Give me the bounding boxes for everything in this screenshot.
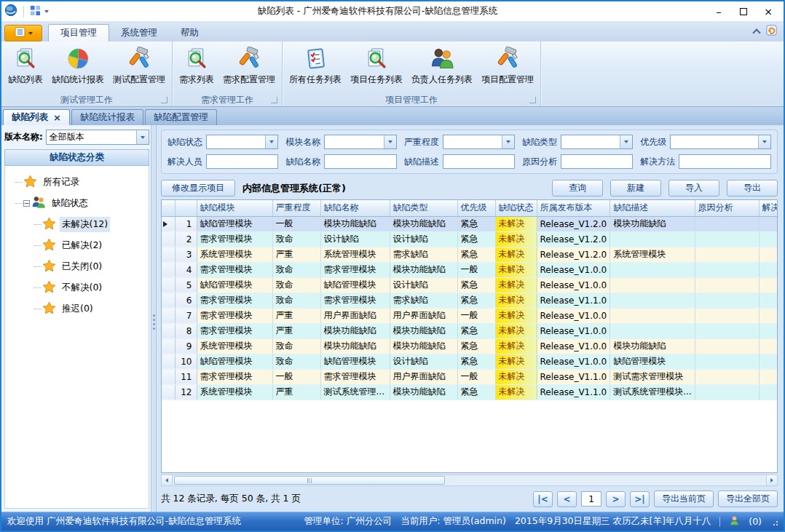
filter-select-优先级[interactable] bbox=[670, 135, 771, 149]
version-select[interactable]: 全部版本 bbox=[46, 130, 149, 145]
doc-tab-缺陷列表[interactable]: 缺陷列表× bbox=[3, 109, 70, 125]
cell-缺陷名称: 模块功能缺陷 bbox=[320, 338, 390, 354]
ribbon-tab-项目管理[interactable]: 项目管理 bbox=[48, 24, 109, 41]
column-header-优先级[interactable]: 优先级 bbox=[457, 200, 495, 216]
ribbon-button-缺陷列表[interactable]: 缺陷列表 bbox=[4, 42, 47, 93]
table-row[interactable]: 7需求管理模块严重用户界面缺陷用户界面缺陷一般未解决Release_V1.0.0 bbox=[162, 308, 778, 323]
toolbar-button-新建[interactable]: 新建 bbox=[610, 180, 661, 196]
ribbon-button-需求配置管理[interactable]: 需求配置管理 bbox=[218, 42, 280, 93]
table-row[interactable]: 4需求管理模块致命需求管理模块模块功能缺陷一般未解决Release_V1.0.0 bbox=[162, 262, 778, 277]
ribbon-tab-帮助[interactable]: 帮助 bbox=[169, 24, 210, 41]
table-row[interactable]: 6需求管理模块致命需求管理模块需求缺陷紧急未解决Release_V1.1.0 bbox=[162, 293, 778, 308]
chevron-down-icon[interactable] bbox=[758, 135, 770, 148]
ribbon: 缺陷列表缺陷统计报表测试配置管理测试管理工作需求列表需求配置管理需求管理工作所有… bbox=[1, 41, 784, 107]
dialog-launcher-icon[interactable] bbox=[529, 97, 536, 103]
filter-select-缺陷状态[interactable] bbox=[206, 135, 278, 149]
column-header-所属发布版本[interactable]: 所属发布版本 bbox=[537, 200, 610, 216]
tree-item-已解决(2)[interactable]: 已解决(2) bbox=[9, 235, 149, 256]
quick-access-layout-icon[interactable] bbox=[30, 5, 41, 18]
tree-item-推迟(0)[interactable]: 推迟(0) bbox=[9, 298, 149, 319]
filter-select-严重程度[interactable] bbox=[443, 135, 515, 149]
table-row[interactable]: 8需求管理模块严重模块功能缺陷模块功能缺陷紧急未解决Release_V1.0.0 bbox=[162, 323, 778, 338]
export-all-pages-button[interactable]: 导出全部页 bbox=[718, 491, 778, 507]
sidebar-splitter[interactable] bbox=[151, 125, 157, 512]
filter-input-解决方法[interactable] bbox=[679, 154, 771, 169]
minimize-button[interactable]: – bbox=[706, 4, 731, 20]
tree-item-所有记录[interactable]: 所有记录 bbox=[9, 172, 149, 193]
filter-select-模块名称[interactable] bbox=[324, 135, 396, 149]
maximize-button[interactable] bbox=[731, 4, 756, 20]
doc-tab-缺陷配置管理[interactable]: 缺陷配置管理 bbox=[145, 109, 217, 125]
scroll-right-icon[interactable] bbox=[766, 475, 777, 485]
ribbon-button-项目配置管理[interactable]: 项目配置管理 bbox=[477, 42, 538, 93]
filter-input-原因分析[interactable] bbox=[561, 154, 633, 169]
table-row[interactable]: 5缺陷管理模块致命缺陷管理模块设计缺陷紧急未解决Release_V1.0.0 bbox=[162, 277, 778, 293]
column-header-缺陷模块[interactable]: 缺陷模块 bbox=[197, 200, 272, 216]
ribbon-button-所有任务列表[interactable]: 所有任务列表 bbox=[285, 42, 346, 93]
toolbar-button-查询[interactable]: 查询 bbox=[552, 180, 603, 196]
column-header-解决方法[interactable]: 解决方法 bbox=[759, 200, 778, 216]
doc-tab-缺陷统计报表[interactable]: 缺陷统计报表 bbox=[71, 109, 143, 125]
last-page-button[interactable]: >| bbox=[630, 491, 650, 507]
chevron-down-icon[interactable] bbox=[502, 135, 514, 148]
table-row[interactable]: 11需求管理模块一般需求管理模块用户界面缺陷一般未解决Release_V1.1.… bbox=[162, 369, 778, 384]
tree-item-未解决(12)[interactable]: 未解决(12) bbox=[9, 214, 149, 235]
collapse-toggle-icon[interactable]: − bbox=[23, 200, 30, 207]
ribbon-button-项目任务列表[interactable]: 项目任务列表 bbox=[346, 42, 407, 93]
table-row[interactable]: 1缺陷管理模块一般模块功能缺陷模块功能缺陷紧急未解决Release_V1.2.0… bbox=[162, 216, 778, 231]
tree-item-已关闭(0)[interactable]: 已关闭(0) bbox=[9, 256, 149, 277]
table-row[interactable]: 2需求管理模块致命设计缺陷设计缺陷紧急未解决Release_V1.2.0 bbox=[162, 231, 778, 247]
table-row[interactable]: 12系统管理模块严重测试系统管理...模块功能缺陷紧急未解决Release_V1… bbox=[162, 384, 778, 400]
tree-item-缺陷状态[interactable]: −缺陷状态 bbox=[9, 193, 149, 214]
cell-严重程度: 致命 bbox=[272, 277, 320, 293]
horizontal-scrollbar[interactable] bbox=[161, 475, 778, 486]
modify-display-items-button[interactable]: 修改显示项目 bbox=[161, 180, 235, 196]
table-row[interactable]: 3系统管理模块严重系统管理模块需求缺陷紧急未解决Release_V1.2.0系统… bbox=[162, 247, 778, 262]
filter-select-缺陷类型[interactable] bbox=[561, 135, 633, 149]
column-header-缺陷类型[interactable]: 缺陷类型 bbox=[390, 200, 457, 216]
scrollbar-thumb[interactable] bbox=[174, 476, 445, 485]
toolbar-button-导入[interactable]: 导入 bbox=[668, 180, 719, 196]
chevron-down-icon[interactable] bbox=[136, 130, 149, 144]
next-page-button[interactable]: > bbox=[606, 491, 626, 507]
cell-所属发布版本: Release_V1.0.0 bbox=[537, 277, 610, 293]
dialog-launcher-icon[interactable] bbox=[161, 97, 167, 103]
scroll-left-icon[interactable] bbox=[162, 475, 173, 485]
cell-缺陷名称: 用户界面缺陷 bbox=[320, 308, 390, 323]
prev-page-button[interactable]: < bbox=[557, 491, 577, 507]
chevron-down-icon[interactable] bbox=[265, 135, 277, 148]
column-header-原因分析[interactable]: 原因分析 bbox=[695, 200, 759, 216]
tree-item-不解决(0)[interactable]: 不解决(0) bbox=[9, 277, 149, 298]
dialog-launcher-icon[interactable] bbox=[271, 97, 277, 103]
chevron-down-icon[interactable] bbox=[384, 135, 396, 148]
first-page-button[interactable]: |< bbox=[533, 491, 553, 507]
ribbon-tab-系统管理[interactable]: 系统管理 bbox=[109, 24, 169, 41]
column-header-缺陷状态[interactable]: 缺陷状态 bbox=[495, 200, 537, 216]
close-button[interactable]: × bbox=[756, 4, 781, 20]
defect-table[interactable]: 缺陷模块严重程度缺陷名称缺陷类型优先级缺陷状态所属发布版本缺陷描述原因分析解决方… bbox=[162, 200, 778, 400]
ribbon-collapse-icon[interactable] bbox=[752, 28, 760, 36]
column-header-缺陷名称[interactable]: 缺陷名称 bbox=[320, 200, 390, 216]
cell-严重程度: 严重 bbox=[272, 384, 320, 400]
table-row[interactable]: 10缺陷管理模块致命缺陷管理模块设计缺陷紧急未解决Release_V1.0.0缺… bbox=[162, 354, 778, 369]
resize-grip-icon[interactable] bbox=[770, 518, 778, 525]
help-icon[interactable] bbox=[765, 24, 778, 39]
ribbon-button-需求列表[interactable]: 需求列表 bbox=[175, 42, 218, 93]
application-menu-button[interactable] bbox=[4, 25, 42, 41]
ribbon-button-测试配置管理[interactable]: 测试配置管理 bbox=[109, 42, 170, 93]
table-row[interactable]: 9系统管理模块致命模块功能缺陷模块功能缺陷紧急未解决Release_V1.0.0… bbox=[162, 338, 778, 354]
filter-input-缺陷名称[interactable] bbox=[324, 154, 396, 169]
page-number-input[interactable] bbox=[581, 491, 601, 507]
column-header-缺陷描述[interactable]: 缺陷描述 bbox=[610, 200, 695, 216]
cell-严重程度: 致命 bbox=[272, 338, 320, 354]
column-header-严重程度[interactable]: 严重程度 bbox=[272, 200, 320, 216]
ribbon-button-负责人任务列表[interactable]: 负责人任务列表 bbox=[407, 42, 477, 93]
close-tab-icon[interactable]: × bbox=[53, 113, 61, 122]
export-current-page-button[interactable]: 导出当前页 bbox=[654, 491, 714, 507]
filter-input-缺陷描述[interactable] bbox=[443, 154, 515, 169]
chevron-down-icon[interactable] bbox=[620, 135, 632, 148]
ribbon-button-缺陷统计报表[interactable]: 缺陷统计报表 bbox=[47, 42, 109, 93]
toolbar-button-导出[interactable]: 导出 bbox=[727, 180, 778, 196]
row-selected-indicator bbox=[162, 231, 175, 247]
filter-input-解决人员[interactable] bbox=[206, 154, 278, 169]
